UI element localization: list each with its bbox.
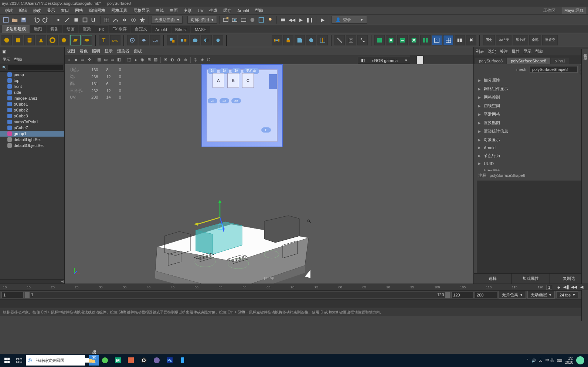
- menu-mesh[interactable]: 网格: [72, 8, 86, 13]
- attr-menu-attr[interactable]: 属性: [511, 49, 520, 54]
- login-dropdown[interactable]: 👤 登录 ▾: [332, 16, 367, 24]
- menu-editmesh[interactable]: 编辑网格: [86, 8, 108, 13]
- attr-section-对象显示[interactable]: 对象显示: [474, 136, 588, 144]
- menu-display[interactable]: 显示: [44, 8, 58, 13]
- cylinder-primitive-icon[interactable]: [24, 35, 35, 45]
- menu-deform[interactable]: 变形: [181, 8, 195, 13]
- box-icon[interactable]: ▣: [2, 49, 6, 54]
- center-pivot-text-btn[interactable]: 居中枢: [513, 35, 528, 45]
- phone-icon[interactable]: [177, 355, 188, 366]
- tray-up-icon[interactable]: ˄: [527, 359, 528, 363]
- freeze-text-btn[interactable]: 冻结变: [496, 35, 511, 45]
- fill-hole-icon[interactable]: [466, 35, 476, 45]
- minimize-icon[interactable]: —: [580, 0, 588, 7]
- outliner-item-top[interactable]: top: [0, 78, 64, 83]
- menu-uv[interactable]: UV: [195, 8, 206, 13]
- range-slider[interactable]: 1 120: [25, 292, 450, 298]
- range-start-input[interactable]: [1, 292, 24, 298]
- vt-select-camera-icon[interactable]: ▫: [66, 57, 72, 63]
- range-max-input[interactable]: [475, 292, 497, 298]
- outliner-item-pCube3[interactable]: pCube3: [0, 113, 64, 119]
- snap-point-icon[interactable]: [120, 16, 129, 24]
- symmetry-dropdown[interactable]: 对称: 禁用 ▾: [187, 16, 217, 24]
- ipr-icon[interactable]: [231, 16, 239, 24]
- photoshop-icon[interactable]: Ps: [164, 355, 176, 366]
- render-settings-icon[interactable]: [239, 16, 248, 24]
- menu-generate[interactable]: 生成: [206, 8, 220, 13]
- menu-create[interactable]: 创建: [2, 8, 16, 13]
- attr-section-附加属性[interactable]: 附加属性: [474, 167, 588, 171]
- tray-keyboard-icon[interactable]: ⌨: [557, 359, 562, 363]
- app-icon-purple[interactable]: [151, 355, 163, 366]
- superellipse-icon[interactable]: [127, 35, 137, 45]
- snap-center-icon[interactable]: [129, 16, 137, 24]
- snap-curve-icon[interactable]: [112, 16, 120, 24]
- node-tab-transform[interactable]: polySurface8: [475, 58, 506, 64]
- anim-layer-dropdown[interactable]: 无动画层▾: [527, 291, 555, 299]
- load-attr-button[interactable]: 加载属性: [512, 274, 550, 284]
- triangulate-icon[interactable]: [432, 35, 442, 45]
- history-text-btn[interactable]: 历史: [483, 35, 495, 45]
- step-back-icon[interactable]: ◀❚: [563, 285, 570, 290]
- node-tab-material[interactable]: blinn1: [551, 58, 569, 64]
- sel-face-icon[interactable]: [72, 16, 80, 24]
- collapse-icon[interactable]: [397, 35, 408, 45]
- vt-xray-icon[interactable]: ◈: [199, 57, 205, 63]
- reset-text-btn[interactable]: 重置变: [542, 35, 558, 45]
- construction-history-dropdown[interactable]: 无激活曲面 ▾: [151, 16, 183, 24]
- outliner-search-input[interactable]: [8, 65, 63, 70]
- outliner-help-menu[interactable]: 帮助: [14, 57, 22, 62]
- bevel-icon[interactable]: [295, 35, 305, 45]
- undo-icon[interactable]: [33, 16, 41, 24]
- vt-gate-mask-icon[interactable]: ◧: [116, 57, 122, 63]
- menu-curves[interactable]: 曲线: [153, 8, 167, 13]
- tray-assistant-icon[interactable]: [576, 356, 584, 364]
- rewind-icon[interactable]: ◀◀: [288, 16, 296, 24]
- sel-vertex-icon[interactable]: [54, 16, 62, 24]
- separate-icon[interactable]: [179, 35, 189, 45]
- vt-xray-joints-icon[interactable]: ⬡: [206, 57, 212, 63]
- mesh-name-input[interactable]: [530, 66, 578, 73]
- attr-section-UUID[interactable]: UUID: [474, 160, 588, 167]
- range-end-input[interactable]: [451, 292, 473, 298]
- search-icon[interactable]: 🔍: [1, 65, 7, 70]
- attr-section-渲染统计信息[interactable]: 渲染统计信息: [474, 127, 588, 136]
- character-set-dropdown[interactable]: 无角色集▾: [499, 291, 526, 299]
- vt-lights-icon[interactable]: ☀: [163, 57, 169, 63]
- attr-section-网格控制[interactable]: 网格控制: [474, 93, 588, 102]
- ultra-shape-icon[interactable]: 0.00: [150, 35, 160, 45]
- boolean-union-icon[interactable]: [190, 35, 200, 45]
- vmenu-renderer[interactable]: 渲染器: [117, 48, 129, 54]
- outliner-item-pCube7[interactable]: pCube7: [0, 125, 64, 131]
- attr-section-细分属性[interactable]: 细分属性: [474, 76, 588, 85]
- play-back-icon[interactable]: ◀◀: [571, 285, 577, 290]
- menu-help[interactable]: 帮助: [252, 8, 266, 13]
- menu-cache[interactable]: 缓存: [220, 8, 234, 13]
- menu-edit[interactable]: 编辑: [16, 8, 30, 13]
- fps-dropdown[interactable]: 24 fps▾: [556, 291, 578, 298]
- tab-arnold[interactable]: Arnold: [152, 26, 171, 33]
- pause-icon[interactable]: ❚❚: [306, 16, 314, 24]
- timeline[interactable]: 1015202530354045505560657075808590951001…: [0, 284, 588, 290]
- target-weld-icon[interactable]: [374, 35, 385, 45]
- outliner-display-menu[interactable]: 显示: [2, 57, 10, 62]
- combine-icon[interactable]: [167, 35, 177, 45]
- snap-live-icon[interactable]: [138, 16, 146, 24]
- outliner-item-defaultObjectSet[interactable]: defaultObjectSet: [0, 143, 64, 148]
- go-start-icon[interactable]: ⏮: [555, 285, 562, 290]
- vmenu-show[interactable]: 显示: [105, 48, 113, 54]
- outliner-item-imagePlane1[interactable]: imagePlane1: [0, 95, 64, 101]
- snap-grid-icon[interactable]: [103, 16, 111, 24]
- tab-fx[interactable]: FX: [95, 26, 108, 33]
- taskbar-search-input[interactable]: [34, 358, 89, 363]
- sel-uv-icon[interactable]: [90, 16, 98, 24]
- forward-icon[interactable]: ▶: [319, 16, 327, 24]
- attr-menu-selected[interactable]: 选定: [488, 49, 496, 54]
- outliner-item-persp[interactable]: persp: [0, 72, 64, 78]
- insert-edge-loop-icon[interactable]: [317, 35, 328, 45]
- obs-icon[interactable]: [138, 355, 150, 366]
- vt-grid-icon[interactable]: ▦: [96, 57, 102, 63]
- vt-iso-select-icon[interactable]: ◎: [193, 57, 198, 63]
- menu-surfaces[interactable]: 曲面: [167, 8, 181, 13]
- workspace-dropdown[interactable]: Maya 经典: [562, 7, 586, 14]
